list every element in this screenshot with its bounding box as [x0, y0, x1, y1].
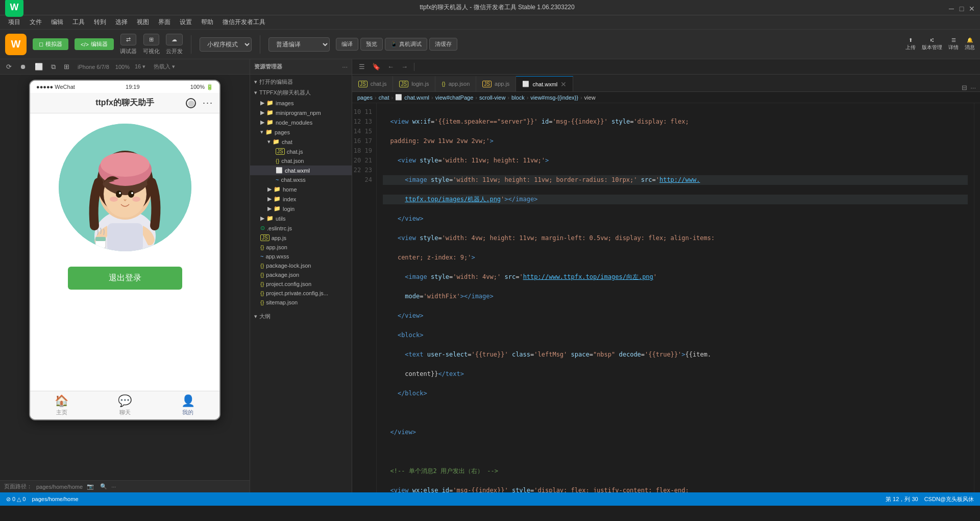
- bc-chatpage[interactable]: view#chatPage: [435, 94, 474, 101]
- split-editor-button[interactable]: ⊟: [962, 84, 967, 91]
- menu-select[interactable]: 选择: [111, 16, 132, 28]
- preview-button[interactable]: 预览: [360, 38, 383, 51]
- tree-chat-folder[interactable]: ▾ 📁 chat: [250, 137, 352, 147]
- tree-node-modules[interactable]: ▶ 📁 node_modules: [250, 117, 352, 127]
- minimize-button[interactable]: ─: [948, 5, 954, 11]
- notify-tool[interactable]: 🔔 消息: [965, 37, 975, 51]
- scrollbar[interactable]: [974, 103, 980, 492]
- cloud-button[interactable]: ☁: [166, 34, 183, 45]
- outline-section[interactable]: ▾ 大纲: [250, 311, 352, 322]
- tree-login-folder[interactable]: ▶ 📁 login: [250, 204, 352, 214]
- tree-package-json[interactable]: {} package.json: [250, 270, 352, 279]
- menu-devtools[interactable]: 微信开发者工具: [218, 16, 270, 28]
- tree-app-js[interactable]: JS app.js: [250, 233, 352, 243]
- phone-logout-button[interactable]: 退出登录: [68, 267, 182, 290]
- bc-chat-wxml[interactable]: chat.wxml: [404, 94, 429, 101]
- tree-project-private[interactable]: {} project.private.config.js...: [250, 289, 352, 298]
- project-section[interactable]: ▾ TTPFX的聊天机器人: [250, 87, 352, 98]
- bc-chat[interactable]: chat: [379, 94, 389, 101]
- tree-eslintrc[interactable]: ⊙ .eslintrc.js: [250, 223, 352, 233]
- menu-view[interactable]: 视图: [133, 16, 153, 28]
- code-content[interactable]: <view wx:if='{{item.speaker=="server"}}'…: [377, 103, 974, 492]
- phone-nav-record[interactable]: ⬤: [186, 98, 196, 108]
- tree-utils-folder[interactable]: ▶ 📁 utils: [250, 214, 352, 223]
- tab-app-js[interactable]: JS app.js: [476, 76, 516, 91]
- menu-edit[interactable]: 编辑: [47, 16, 67, 28]
- menu-interface[interactable]: 界面: [154, 16, 175, 28]
- editor-tool[interactable]: </> 编辑器: [75, 38, 114, 50]
- tree-home-folder[interactable]: ▶ 📁 home: [250, 184, 352, 194]
- node-expand-icon: ▶: [260, 119, 264, 126]
- nav-back-button[interactable]: ←: [385, 62, 397, 72]
- tab-chat[interactable]: 💬 聊天: [93, 394, 157, 416]
- tree-chat-js[interactable]: JS chat.js: [250, 147, 352, 156]
- clear-button[interactable]: 清缓存: [429, 38, 457, 51]
- menu-project[interactable]: 项目: [4, 16, 24, 28]
- tree-sitemap[interactable]: {} sitemap.json: [250, 298, 352, 307]
- bc-pages[interactable]: pages: [357, 94, 373, 101]
- hotreload-label[interactable]: 热载入 ▾: [154, 63, 175, 70]
- menu-tools[interactable]: 工具: [68, 16, 89, 28]
- sim-screenshot-button[interactable]: ⬜: [33, 62, 45, 72]
- window-controls[interactable]: ─ □ ✕: [948, 5, 975, 11]
- bookmark-button[interactable]: 🔖: [370, 62, 383, 72]
- tab-chat-js[interactable]: JS chat.js: [352, 76, 393, 91]
- simulator-tool[interactable]: ◻ 模拟器: [33, 38, 68, 50]
- tab-login-js[interactable]: JS login.js: [393, 76, 435, 91]
- menu-file[interactable]: 文件: [26, 16, 46, 28]
- simulator-button[interactable]: ◻ 模拟器: [33, 38, 68, 50]
- tree-pages[interactable]: ▾ 📁 pages: [250, 127, 352, 137]
- sim-options-button[interactable]: ···: [111, 484, 116, 490]
- tab-app-json[interactable]: {} app.json: [435, 76, 476, 91]
- sim-expand-button[interactable]: ⧉: [49, 62, 58, 72]
- explorer-options-button[interactable]: ···: [342, 63, 348, 70]
- debugger-button[interactable]: ⇄: [120, 34, 136, 45]
- sim-record-button[interactable]: ⏺: [18, 62, 29, 72]
- version-tool[interactable]: ⑆ 版本管理: [922, 37, 942, 51]
- tab-close-button[interactable]: ✕: [560, 80, 567, 88]
- mode-select[interactable]: 小程序模式: [200, 37, 252, 52]
- close-button[interactable]: ✕: [969, 5, 975, 11]
- tree-miniprogram-npm[interactable]: ▶ 📁 miniprogram_npm: [250, 108, 352, 117]
- sim-footer-icon[interactable]: 📷: [87, 483, 94, 490]
- editor-button[interactable]: </> 编辑器: [75, 38, 114, 50]
- debugger-tool[interactable]: ⇄ 调试器: [120, 34, 137, 55]
- tab-profile[interactable]: 👤 我的: [156, 394, 219, 416]
- sim-refresh-button[interactable]: ⟳: [4, 62, 14, 72]
- phone-nav-dots[interactable]: ···: [203, 98, 213, 108]
- menu-help[interactable]: 帮助: [197, 16, 217, 28]
- tab-home[interactable]: 🏠 主页: [30, 394, 93, 416]
- visualizer-tool[interactable]: ⊞ 可视化: [143, 34, 160, 55]
- tree-project-config[interactable]: {} project.config.json: [250, 279, 352, 289]
- open-editors-section[interactable]: ▾ 打开的编辑器: [250, 77, 352, 87]
- tree-chat-json[interactable]: {} chat.json: [250, 156, 352, 165]
- more-tabs-button[interactable]: ···: [970, 84, 976, 91]
- bc-msg[interactable]: view#msg-{{index}}: [530, 94, 578, 101]
- sidebar-toggle-button[interactable]: ☰: [356, 62, 368, 72]
- tree-images[interactable]: ▶ 📁 images: [250, 98, 352, 108]
- compile-select[interactable]: 普通编译: [268, 37, 330, 52]
- tree-package-lock[interactable]: {} package-lock.json: [250, 261, 352, 270]
- sim-grid-button[interactable]: ⊞: [62, 62, 71, 72]
- real-debug-button[interactable]: 📱 真机调试: [385, 38, 427, 51]
- bc-block[interactable]: block: [511, 94, 525, 101]
- upload-tool[interactable]: ⬆ 上传: [905, 37, 916, 51]
- menu-goto[interactable]: 转到: [90, 16, 110, 28]
- compile-button[interactable]: 编译: [336, 38, 358, 51]
- maximize-button[interactable]: □: [959, 5, 965, 11]
- chat-wxml-tab-icon: ⬜: [522, 81, 529, 87]
- menu-settings[interactable]: 设置: [176, 16, 196, 28]
- bc-scroll-view[interactable]: scroll-view: [479, 94, 505, 101]
- sim-inspect-button[interactable]: 🔍: [100, 483, 107, 490]
- cloud-tool[interactable]: ☁ 云开发: [166, 34, 183, 55]
- nav-forward-button[interactable]: →: [399, 62, 410, 72]
- tree-app-wxss[interactable]: ~ app.wxss: [250, 252, 352, 261]
- visualizer-button[interactable]: ⊞: [143, 34, 159, 45]
- tab-chat-wxml[interactable]: ⬜ chat.wxml ✕: [516, 76, 573, 91]
- tree-chat-wxss[interactable]: ~ chat.wxss: [250, 175, 352, 184]
- tree-app-json[interactable]: {} app.json: [250, 243, 352, 252]
- explorer-actions[interactable]: ···: [342, 63, 348, 70]
- detail-tool[interactable]: ☰ 详情: [948, 37, 959, 51]
- tree-index-folder[interactable]: ▶ 📁 index: [250, 194, 352, 204]
- tree-chat-wxml[interactable]: ⬜ chat.wxml: [250, 165, 352, 175]
